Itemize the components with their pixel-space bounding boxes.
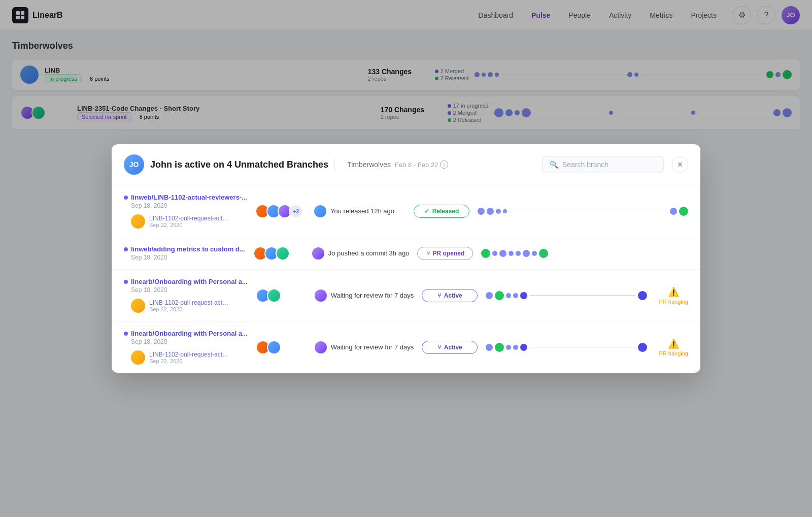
activity-text-1: You released 12h ago bbox=[330, 207, 394, 215]
activity-text-4: Waiting for review for 7 days bbox=[331, 343, 414, 351]
branch-info-2: linweb/adding metrics to custom d... Sep… bbox=[124, 245, 245, 261]
pr-date-3: Sep 22, 2020 bbox=[149, 306, 230, 312]
pr-sub-4: LINB-1102-pull-request-actual-rev... Sep… bbox=[124, 350, 248, 365]
modal-user-avatar: JO bbox=[124, 154, 144, 175]
pr-date-1: Sep 22, 2020 bbox=[149, 222, 230, 228]
pr-sub-1: LINB-1102-pull-request-actual-revi... Se… bbox=[124, 214, 247, 229]
status-col-3: ⑂ Active bbox=[422, 289, 478, 302]
branch-date-1: Sep 18, 2020 bbox=[124, 202, 247, 209]
info-icon[interactable]: i bbox=[440, 160, 448, 169]
warning-icon-3: ⚠️ bbox=[668, 286, 679, 298]
pr-title-3[interactable]: LINB-1102-pull-request-actual-rev... bbox=[149, 299, 230, 306]
pr-hanging-label-4: PR hanging bbox=[659, 350, 689, 357]
avatar-group-2 bbox=[253, 246, 304, 261]
search-input[interactable] bbox=[562, 160, 656, 169]
activity-col-3: Waiting for review for 7 days bbox=[315, 289, 414, 302]
branch-date-3: Sep 18, 2020 bbox=[124, 286, 248, 294]
pr-hanging-label-3: PR hanging bbox=[659, 299, 689, 305]
branch-date-4: Sep 18, 2020 bbox=[124, 338, 248, 345]
pipeline-1 bbox=[478, 207, 688, 216]
branch-row-4: linearb/Onboarding with Personal a... Se… bbox=[112, 321, 700, 373]
pr-date-4: Sep 22, 2020 bbox=[149, 358, 230, 364]
modal-title: John is active on 4 Unmatched Branches bbox=[150, 159, 328, 170]
pr-title-1[interactable]: LINB-1102-pull-request-actual-revi... bbox=[149, 215, 230, 222]
avatar-count-1: +2 bbox=[289, 204, 303, 218]
branch-name-2: linweb/adding metrics to custom d... bbox=[124, 245, 245, 253]
status-pill-1: ✓ Released bbox=[414, 205, 469, 218]
pipeline-4 bbox=[486, 343, 647, 352]
pr-hanging-3: ⚠️ PR hanging bbox=[659, 286, 689, 305]
status-pill-4: ⑂ Active bbox=[422, 341, 478, 354]
pipeline-3 bbox=[486, 291, 647, 300]
modal-team: Timberwolves bbox=[347, 160, 391, 169]
status-col-2: ⑂ PR opened bbox=[417, 247, 473, 260]
pr-sub-3: LINB-1102-pull-request-actual-rev... Sep… bbox=[124, 299, 248, 313]
modal: JO John is active on 4 Unmatched Branche… bbox=[112, 144, 700, 373]
branch-name-3: linearb/Onboarding with Personal a... bbox=[124, 278, 248, 285]
activity-col-1: You released 12h ago bbox=[314, 205, 405, 217]
avatar-group-3 bbox=[256, 288, 307, 303]
branch-name-1: linweb/LINB-1102-actual-reviewers-... bbox=[124, 193, 247, 201]
modal-close-button[interactable]: × bbox=[672, 156, 688, 173]
activity-text-3: Waiting for review for 7 days bbox=[331, 292, 414, 299]
branch-info-3: linearb/Onboarding with Personal a... Se… bbox=[124, 278, 248, 313]
avatar-group-1: +2 bbox=[255, 204, 306, 218]
modal-search-box[interactable]: 🔍 bbox=[542, 156, 664, 173]
activity-text-2: Jo pushed a commit 3h ago bbox=[328, 249, 410, 257]
modal-header: JO John is active on 4 Unmatched Branche… bbox=[112, 144, 700, 185]
avatar-group-4 bbox=[256, 340, 307, 354]
pr-avatar-1 bbox=[131, 214, 145, 229]
modal-overlay[interactable]: JO John is active on 4 Unmatched Branche… bbox=[0, 0, 812, 517]
pr-hanging-4: ⚠️ PR hanging bbox=[659, 338, 689, 357]
branch-date-2: Sep 18, 2020 bbox=[124, 254, 245, 261]
status-pill-3: ⑂ Active bbox=[422, 289, 478, 302]
branch-info-4: linearb/Onboarding with Personal a... Se… bbox=[124, 330, 248, 365]
search-icon: 🔍 bbox=[550, 160, 558, 169]
pr-avatar-4 bbox=[131, 350, 145, 365]
modal-body: linweb/LINB-1102-actual-reviewers-... Se… bbox=[112, 185, 700, 373]
pipeline-2 bbox=[481, 249, 688, 258]
modal-date-range: Feb 8 - Feb 22 i bbox=[395, 160, 448, 169]
branch-row-2: linweb/adding metrics to custom d... Sep… bbox=[112, 237, 700, 270]
activity-col-2: Jo pushed a commit 3h ago bbox=[312, 247, 410, 260]
branch-row-3: linearb/Onboarding with Personal a... Se… bbox=[112, 270, 700, 321]
status-col-1: ✓ Released bbox=[414, 205, 469, 218]
divider bbox=[334, 158, 335, 171]
warning-icon-4: ⚠️ bbox=[668, 338, 679, 349]
pr-title-4[interactable]: LINB-1102-pull-request-actual-rev... bbox=[149, 351, 230, 358]
status-col-4: ⑂ Active bbox=[422, 341, 478, 354]
activity-col-4: Waiting for review for 7 days bbox=[315, 341, 414, 353]
branch-info-1: linweb/LINB-1102-actual-reviewers-... Se… bbox=[124, 193, 247, 229]
branch-row-1: linweb/LINB-1102-actual-reviewers-... Se… bbox=[112, 185, 700, 237]
branch-name-4: linearb/Onboarding with Personal a... bbox=[124, 330, 248, 337]
status-pill-2: ⑂ PR opened bbox=[417, 247, 473, 260]
pr-avatar-3 bbox=[131, 299, 145, 313]
